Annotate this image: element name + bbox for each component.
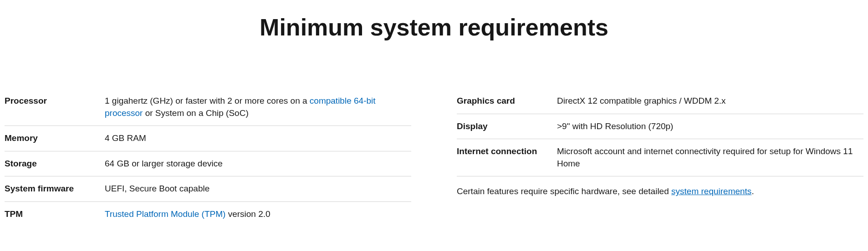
row-graphics: Graphics card DirectX 12 compatible grap…	[457, 89, 863, 114]
row-tpm: TPM Trusted Platform Module (TPM) versio…	[5, 202, 411, 227]
label-memory: Memory	[5, 132, 105, 145]
label-storage: Storage	[5, 158, 105, 170]
link-tpm[interactable]: Trusted Platform Module (TPM)	[105, 209, 225, 219]
label-internet: Internet connection	[457, 146, 557, 170]
requirements-col-right: Graphics card DirectX 12 compatible grap…	[457, 89, 863, 227]
label-firmware: System firmware	[5, 183, 105, 195]
tpm-suffix: version 2.0	[225, 209, 270, 219]
label-graphics: Graphics card	[457, 95, 557, 107]
processor-prefix: 1 gigahertz (GHz) or faster with 2 or mo…	[105, 96, 310, 105]
value-firmware: UEFI, Secure Boot capable	[105, 183, 411, 195]
row-memory: Memory 4 GB RAM	[5, 126, 411, 151]
footnote-suffix: .	[751, 186, 754, 196]
requirements-columns: Processor 1 gigahertz (GHz) or faster wi…	[5, 89, 863, 227]
row-firmware: System firmware UEFI, Secure Boot capabl…	[5, 176, 411, 202]
label-processor: Processor	[5, 95, 105, 119]
value-memory: 4 GB RAM	[105, 132, 411, 145]
page-title: Minimum system requirements	[5, 14, 863, 41]
value-graphics: DirectX 12 compatible graphics / WDDM 2.…	[557, 95, 863, 107]
row-processor: Processor 1 gigahertz (GHz) or faster wi…	[5, 89, 411, 126]
row-storage: Storage 64 GB or larger storage device	[5, 151, 411, 177]
value-processor: 1 gigahertz (GHz) or faster with 2 or mo…	[105, 95, 411, 119]
link-system-requirements[interactable]: system requirements	[671, 186, 751, 196]
row-internet: Internet connection Microsoft account an…	[457, 139, 863, 176]
value-tpm: Trusted Platform Module (TPM) version 2.…	[105, 208, 411, 221]
value-display: >9" with HD Resolution (720p)	[557, 120, 863, 133]
value-storage: 64 GB or larger storage device	[105, 158, 411, 170]
footnote: Certain features require specific hardwa…	[457, 186, 863, 196]
requirements-col-left: Processor 1 gigahertz (GHz) or faster wi…	[5, 89, 411, 227]
footnote-prefix: Certain features require specific hardwa…	[457, 186, 671, 196]
row-display: Display >9" with HD Resolution (720p)	[457, 114, 863, 140]
label-display: Display	[457, 120, 557, 133]
processor-suffix: or System on a Chip (SoC)	[143, 108, 248, 118]
label-tpm: TPM	[5, 208, 105, 221]
value-internet: Microsoft account and internet connectiv…	[557, 146, 863, 170]
